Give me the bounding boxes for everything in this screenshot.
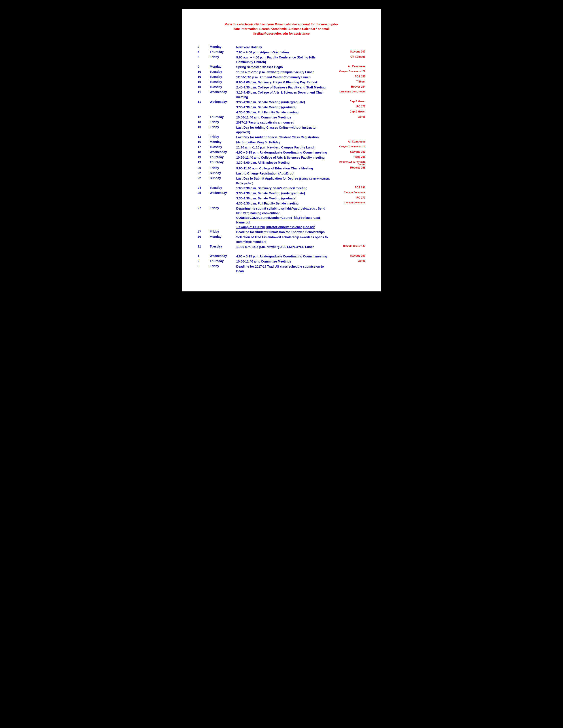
day-cell: 1 [197,254,210,259]
weekday-cell: Wednesday [210,150,236,155]
table-row: 18 Wednesday 4:00 – 5:15 p.m. Undergradu… [197,150,366,155]
weekday-cell: Thursday [210,160,236,166]
event-cell: 7:00 – 9:00 p.m. Adjunct Orientation [236,50,330,55]
day-cell: 10 [197,85,210,90]
table-row: 2 Thursday 10:50-11:40 a.m. Committee Me… [197,259,366,264]
table-row: 9 Monday Spring Semester Classes Begin A… [197,65,366,70]
email-link[interactable]: jfreitag@georgefox.edu [253,32,288,35]
table-row: 30 Monday Selection of Trad UG endowed s… [197,235,366,244]
table-row: 31 Tuesday 11:30 a.m.-1:15 p.m. Newberg … [197,244,366,250]
table-row: 13 Friday Last Day for Adding Classes On… [197,125,366,135]
location-cell: Canyon Commons 102 [330,145,366,150]
event-cell: 2:45-4:30 p.m. College of Business Facul… [236,85,330,90]
table-row: 27 Friday Deadline for Student Submissio… [197,230,366,235]
weekday-cell: Wednesday [210,90,236,100]
event-cell: Spring Semester Classes Begin [236,65,330,70]
table-row: 3:30-4:30 p.m. Senate Meeting (graduate)… [197,196,366,201]
location-cell: RC 177 [330,105,366,110]
syllabi-email-link[interactable]: syllabi@georgefox.edu [281,207,315,210]
weekday-cell: Friday [210,166,236,171]
location-cell: PDS 155 [330,75,366,80]
event-cell: 3:30-5:00 p.m. All Employee Meeting [236,160,330,166]
table-row: 22 Sunday Last to Change Registration (A… [197,171,366,176]
event-cell: 9:00 a.m. – 4:00 p.m. Faculty Conference… [236,55,330,65]
table-row: 11 Wednesday 3:30-4:30 p.m. Senate Meeti… [197,100,366,105]
location-cell [330,235,366,244]
event-cell: 3:30-4:30 p.m. Senate Meeting (undergrad… [236,100,330,105]
event-cell: 4:30-6:30 p.m. Full Faculty Senate meeti… [236,201,330,206]
location-cell: Hoover 105 & Portland Center [330,160,366,166]
event-cell: Martin Luther King Jr. Holiday [236,140,330,145]
weekday-cell [210,196,236,201]
table-row: 16 Monday Martin Luther King Jr. Holiday… [197,140,366,145]
table-row: 4:30-6:30 p.m. Full Faculty Senate meeti… [197,201,366,206]
day-cell: 13 [197,135,210,140]
weekday-cell: Tuesday [210,80,236,85]
location-cell: Canyon Commons 102 [330,70,366,75]
weekday-cell: Friday [210,125,236,135]
day-cell: 22 [197,176,210,186]
table-row: 27 Friday Departments submit syllabi to … [197,206,366,230]
day-cell [197,196,210,201]
event-cell: 3:30-4:30 p.m. Senate Meeting (graduate) [236,105,330,110]
event-cell: 12:00-1:00 p.m. Portland Center Communit… [236,75,330,80]
day-cell: 27 [197,230,210,235]
location-cell [330,135,366,140]
table-row: 5 Thursday 7:00 – 9:00 p.m. Adjunct Orie… [197,50,366,55]
table-row: 2 Monday New Year Holiday [197,45,366,50]
day-cell: 19 [197,160,210,166]
event-cell: Selection of Trad UG endowed scholarship… [236,235,330,244]
weekday-cell: Monday [210,45,236,50]
day-cell: 10 [197,75,210,80]
weekday-cell: Tuesday [210,85,236,90]
calendar-page: View this electronically from your Gmail… [182,9,381,291]
day-cell: 10 [197,70,210,75]
event-cell: 3:15-4:45 p.m. College of Arts & Science… [236,90,330,100]
event-cell: 4:30-6:30 p.m. Full Faculty Senate meeti… [236,110,330,115]
table-row: 1 Wednesday 4:00 – 5:15 p.m. Undergradua… [197,254,366,259]
calendar-table: 2 Monday New Year Holiday 5 Thursday 7:0… [197,45,366,274]
weekday-cell: Monday [210,65,236,70]
table-row: 10 Tuesday 11:30 a.m.-1:15 p.m. Newberg … [197,70,366,75]
location-cell: RC 177 [330,196,366,201]
weekday-cell [210,201,236,206]
location-cell: Ross 208 [330,155,366,160]
location-cell [330,125,366,135]
table-row: 13 Friday Last Day for Audit or Special … [197,135,366,140]
day-cell: 30 [197,235,210,244]
event-cell: 9:00-11:00 a.m. College of Education Cha… [236,166,330,171]
location-cell: Stevens 109 [330,150,366,155]
location-cell [330,230,366,235]
location-cell: Off Campus [330,55,366,65]
location-cell: Varies [330,115,366,120]
event-cell: Deadline for 2017-18 Trad UG class sched… [236,264,330,274]
weekday-cell: Monday [210,235,236,244]
table-row: 10 Tuesday 8:00-4:00 p.m. Seminary Praye… [197,80,366,85]
event-cell: 10:50-11:40 a.m. Committee Meetings [236,115,330,120]
event-cell: 3:30-4:30 p.m. Senate Meeting (undergrad… [236,191,330,196]
weekday-cell: Wednesday [210,100,236,105]
day-cell: 12 [197,115,210,120]
location-cell: Canyon Commons [330,191,366,196]
weekday-cell: Wednesday [210,191,236,196]
naming-convention-link: COURSECODECourseNumber,CourseTitle,Profe… [236,216,320,229]
location-cell: Stevens 109 [330,254,366,259]
day-cell: 25 [197,191,210,196]
table-row: 3 Friday Deadline for 2017-18 Trad UG cl… [197,264,366,274]
weekday-cell: Monday [210,140,236,145]
weekday-cell: Sunday [210,171,236,176]
location-cell [330,171,366,176]
day-cell: 20 [197,166,210,171]
day-cell: 11 [197,90,210,100]
day-cell: 9 [197,65,210,70]
weekday-cell: Friday [210,230,236,235]
event-cell: Last Day to Submit Application for Degre… [236,176,330,186]
event-cell: 1:00-3:30 p.m. Seminary Dean’s Council m… [236,186,330,191]
location-cell [330,176,366,186]
location-cell: Tilikum [330,80,366,85]
event-cell: New Year Holiday [236,45,330,50]
weekday-cell: Friday [210,264,236,274]
event-cell: 8:00-4:00 p.m. Seminary Prayer & Plannin… [236,80,330,85]
day-cell: 10 [197,80,210,85]
table-row: 4:30-6:30 p.m. Full Faculty Senate meeti… [197,110,366,115]
